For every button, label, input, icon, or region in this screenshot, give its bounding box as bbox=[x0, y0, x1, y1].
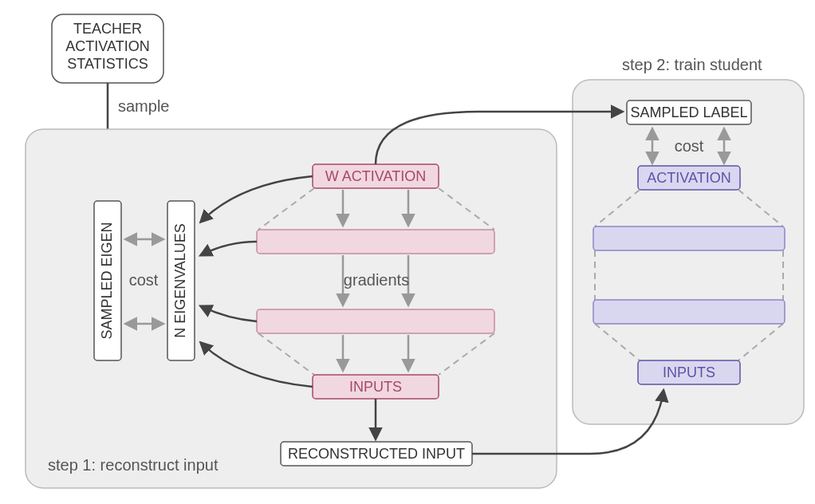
teacher-inputs-label: INPUTS bbox=[349, 379, 402, 395]
student-inputs-label: INPUTS bbox=[663, 364, 715, 380]
sampled-label-box: SAMPLED LABEL bbox=[627, 100, 751, 124]
teacher-stats-line3: STATISTICS bbox=[67, 56, 148, 72]
step1-cost-label: cost bbox=[129, 271, 159, 289]
n-eigen-label: N EIGENVALUES bbox=[172, 223, 188, 338]
n-eigen-box: N EIGENVALUES bbox=[167, 201, 195, 360]
teacher-stats-line1: TEACHER bbox=[73, 21, 142, 37]
sampled-eigen-box: SAMPLED EIGEN bbox=[94, 201, 121, 360]
teacher-stats-line2: ACTIVATION bbox=[65, 38, 149, 54]
teacher-inputs-box: INPUTS bbox=[313, 375, 439, 399]
teacher-layer-2 bbox=[257, 309, 494, 333]
student-layer-2 bbox=[593, 300, 785, 324]
gradients-label: gradients bbox=[344, 271, 409, 289]
w-activation-label: W ACTIVATION bbox=[325, 168, 426, 184]
teacher-layer-1 bbox=[257, 230, 494, 254]
w-activation-box: W ACTIVATION bbox=[313, 164, 439, 188]
step2-title: step 2: train student bbox=[622, 56, 762, 73]
sampled-eigen-label: SAMPLED EIGEN bbox=[99, 222, 115, 339]
reconstructed-input-label: RECONSTRUCTED INPUT bbox=[288, 446, 465, 462]
reconstructed-input-box: RECONSTRUCTED INPUT bbox=[281, 442, 472, 466]
step1-title: step 1: reconstruct input bbox=[48, 456, 219, 474]
sampled-label-text: SAMPLED LABEL bbox=[630, 104, 747, 120]
sample-label: sample bbox=[118, 97, 169, 115]
student-activation-box: ACTIVATION bbox=[638, 166, 740, 190]
student-activation-label: ACTIVATION bbox=[647, 170, 730, 186]
step2-cost-label: cost bbox=[675, 137, 704, 155]
student-layer-1 bbox=[593, 226, 785, 250]
student-inputs-box: INPUTS bbox=[638, 360, 740, 384]
teacher-stats-box: TEACHER ACTIVATION STATISTICS bbox=[52, 14, 163, 83]
